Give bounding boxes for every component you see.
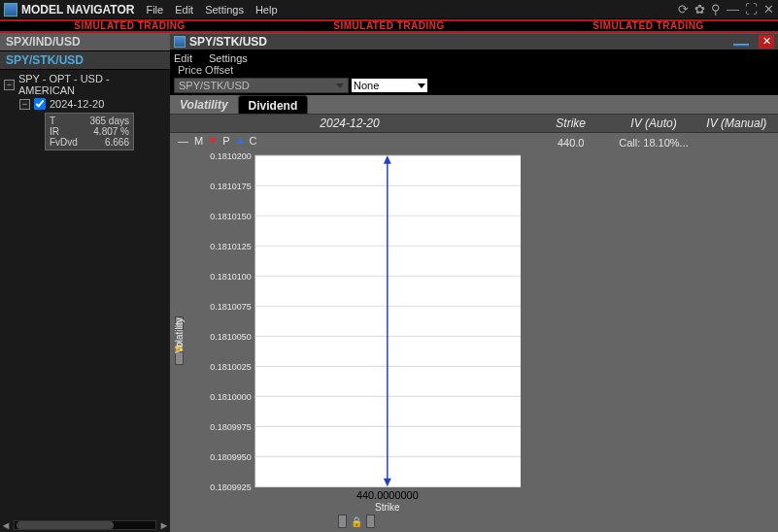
chevron-down-icon [336,83,344,88]
gear-icon[interactable]: ✿ [694,2,705,17]
lock-icon[interactable]: 🔒 [351,516,362,527]
titlebar: MODEL NAVIGATOR File Edit Settings Help … [0,0,778,19]
triangle-up-icon [236,138,244,144]
col-iv-manual: IV (Manual) [695,116,778,130]
svg-text:0.1810075: 0.1810075 [210,301,251,311]
side-tab-spy[interactable]: SPY/STK/USD [0,51,170,70]
work-area: 2024-12-20 — M P C Volatility 🔒 [170,115,778,532]
close-icon[interactable]: ✕ [763,2,774,17]
app-icon [4,3,17,17]
tab-volatility[interactable]: Volatility [170,95,238,114]
fv-value: 6.666 [105,137,129,148]
cell-iv-manual [695,137,778,149]
svg-text:0.1810025: 0.1810025 [210,361,251,371]
ir-value: 4.807 % [93,126,129,137]
triangle-down-icon [209,138,217,144]
maximize-icon[interactable]: ⛶ [745,2,758,17]
minimize-icon[interactable]: — [727,2,739,17]
x-slider-left[interactable] [338,515,347,528]
y-axis-title: Volatility [174,317,185,353]
svg-text:0.1810200: 0.1810200 [210,150,251,160]
menu-help[interactable]: Help [255,4,278,16]
menu-settings[interactable]: Settings [205,4,244,16]
svg-text:0.1810125: 0.1810125 [210,241,251,250]
cell-iv-auto: Call: 18.10%... [612,137,694,149]
sim-label: SIMULATED TRADING [0,20,259,31]
ir-label: IR [50,126,59,137]
sim-label: SIMULATED TRADING [519,20,778,31]
content-panel: SPY/STK/USD ✕ Edit Settings Price Offset… [170,33,778,532]
x-tick: 440.0000000 [356,489,419,501]
info-header: Strike IV (Auto) IV (Manual) [529,115,778,133]
price-offset-label: Price Offset [174,64,774,78]
panel-titlebar: SPY/STK/USD ✕ [170,33,778,50]
pin-icon[interactable]: ⚲ [711,2,721,17]
svg-text:0.1810000: 0.1810000 [210,391,251,401]
collapse-icon[interactable]: − [19,99,30,110]
tree-root-label: SPY - OPT - USD - AMERICAN [18,73,166,96]
panel-title: SPY/STK/USD [189,35,267,49]
svg-text:0.1809950: 0.1809950 [210,451,251,461]
col-iv-auto: IV (Auto) [612,116,694,130]
volatility-chart: 0.18099250.18099500.18099750.18100000.18… [187,150,525,513]
x-slider-right[interactable] [366,515,375,528]
cell-strike: 440.0 [529,137,612,149]
combo-value: SPY/STK/USD [179,80,250,91]
x-slider[interactable]: 🔒 [187,515,525,528]
svg-text:0.1809975: 0.1809975 [210,421,251,431]
symbol-combo[interactable]: SPY/STK/USD [174,78,349,93]
panel-close-icon[interactable]: ✕ [759,35,774,49]
scroll-left-icon[interactable]: ◄ [0,519,12,531]
panel-menu-edit[interactable]: Edit [174,52,192,64]
svg-text:0.1810050: 0.1810050 [210,331,251,341]
col-strike: Strike [529,116,612,130]
tree-checkbox[interactable] [34,98,46,110]
svg-text:0.1810100: 0.1810100 [210,271,251,281]
tab-dividend[interactable]: Dividend [238,95,309,114]
offset-select[interactable]: None [351,78,428,93]
refresh-icon[interactable]: ⟳ [678,2,689,17]
x-axis-title: Strike [375,502,400,513]
svg-text:0.1810175: 0.1810175 [210,181,251,190]
tree: − SPY - OPT - USD - AMERICAN − 2024-12-2… [0,70,170,152]
tree-root[interactable]: − SPY - OPT - USD - AMERICAN [2,72,168,97]
panel-icon [174,36,186,48]
legend-c: C [250,135,257,147]
chevron-down-icon [418,83,425,88]
collapse-icon[interactable]: − [4,80,15,90]
fv-label: FvDvd [50,137,78,148]
app-title: MODEL NAVIGATOR [21,3,134,17]
t-value: 365 days [89,116,129,126]
tree-child[interactable]: − 2024-12-20 [2,97,168,111]
panel-minimize-icon[interactable] [733,44,749,47]
side-tab-spx[interactable]: SPX/IND/USD [0,33,170,51]
sidebar: SPX/IND/USD SPY/STK/USD − SPY - OPT - US… [0,33,170,532]
t-label: T [50,116,55,126]
scroll-right-icon[interactable]: ► [158,519,170,531]
sim-label: SIMULATED TRADING [259,20,519,31]
svg-text:0.1810150: 0.1810150 [210,211,251,220]
expiry-data-box: T365 days IR4.807 % FvDvd6.666 [45,113,134,150]
legend-m: M [194,135,203,147]
chart-column: 2024-12-20 — M P C Volatility 🔒 [170,115,529,532]
menu-file[interactable]: File [146,4,163,16]
window-controls: ⟳ ✿ ⚲ — ⛶ ✕ [678,2,774,17]
sim-trading-banner: SIMULATED TRADING SIMULATED TRADING SIMU… [0,19,778,33]
menu-edit[interactable]: Edit [175,4,193,16]
chart-legend: — M P C [170,133,529,149]
tree-child-label: 2024-12-20 [50,98,104,110]
panel-menu-area: Edit Settings Price Offset SPY/STK/USD N… [170,50,778,95]
svg-text:0.1809925: 0.1809925 [210,482,251,491]
info-row[interactable]: 440.0 Call: 18.10%... [529,133,778,152]
info-column: Strike IV (Auto) IV (Manual) 440.0 Call:… [529,115,778,532]
chart-date-header: 2024-12-20 [170,115,529,133]
legend-p: P [222,135,229,147]
legend-dash-icon: — [178,135,188,147]
panel-tabs: Volatility Dividend [170,95,778,115]
sidebar-scrollbar[interactable]: ◄ ► [0,518,170,532]
select-value: None [354,80,379,91]
panel-menu-settings[interactable]: Settings [209,52,248,64]
